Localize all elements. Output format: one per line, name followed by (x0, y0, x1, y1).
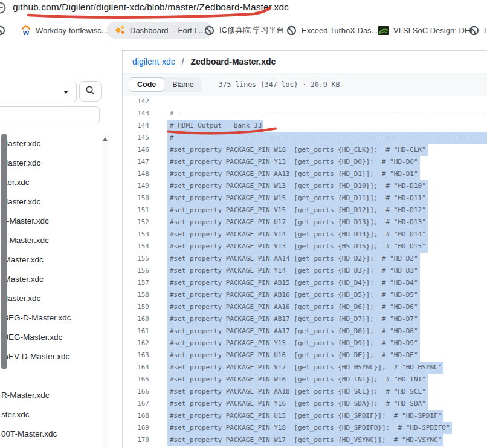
scroll-up-icon[interactable] (103, 137, 108, 141)
line-number[interactable]: 157 (123, 277, 155, 289)
line-number[interactable]: 148 (123, 168, 155, 180)
code-row: 142 (123, 96, 487, 108)
file-tree-item[interactable]: -5EV-D-Master.xdc (0, 347, 102, 366)
line-number[interactable]: 145 (123, 132, 155, 144)
line-number[interactable]: 142 (123, 96, 155, 108)
bookmark-item[interactable]: VLSI SoC Design: DFT (378, 22, 474, 39)
line-number[interactable]: 167 (123, 398, 155, 410)
file-tree-item[interactable]: Master.xdc (0, 192, 102, 212)
code-tab[interactable]: Code (129, 77, 164, 92)
file-tree-item[interactable]: S-Master.xdc (0, 231, 102, 250)
line-number[interactable]: 149 (123, 180, 155, 192)
file-tree-item[interactable]: -Master.xdc (0, 250, 102, 270)
bookmark-label: IC修真院 学习平台 (219, 25, 285, 36)
code-line-text[interactable]: #set_property PACKAGE_PIN AA17 [get_port… (170, 325, 420, 337)
file-tree-item[interactable]: ster.xdc (0, 173, 102, 192)
bookmark-item[interactable]: D (468, 22, 487, 39)
sidebar-scrollbar[interactable] (102, 134, 109, 448)
code-line-text[interactable]: # --------------------------------------… (170, 132, 487, 144)
code-line-text[interactable]: # --------------------------------------… (170, 108, 487, 120)
branch-dropdown[interactable] (0, 82, 77, 102)
file-tree-item[interactable]: ster.xdc (0, 405, 102, 424)
code-line-text[interactable]: #set_property PACKAGE_PIN Y18 [get_ports… (170, 422, 452, 434)
code-line-text[interactable]: #set_property PACKAGE_PIN AB15 [get_port… (170, 277, 420, 289)
line-number[interactable]: 163 (123, 349, 155, 362)
line-number[interactable]: 168 (123, 410, 155, 422)
code-line-text[interactable]: #set_property PACKAGE_PIN W17 [get_ports… (170, 434, 443, 446)
bookmark-label: VLSI SoC Design: DFT (393, 26, 474, 35)
code-line-text[interactable]: #set_property PACKAGE_PIN W13 [get_ports… (170, 180, 428, 192)
code-line-text[interactable]: #set_property PACKAGE_PIN AB17 [get_port… (170, 313, 420, 325)
file-filter-input[interactable] (0, 106, 100, 123)
code-line-text[interactable]: #set_property PACKAGE_PIN AA16 [get_port… (170, 301, 420, 313)
bookmark-item[interactable]: Dashboard -- Fort L... (107, 22, 212, 39)
line-number[interactable]: 144 (123, 120, 155, 132)
line-number[interactable]: 151 (123, 204, 155, 216)
code-line-text[interactable]: #set_property PACKAGE_PIN V15 [get_ports… (170, 204, 428, 216)
code-line-text[interactable]: #set_property PACKAGE_PIN V17 [get_ports… (170, 362, 443, 374)
line-number[interactable]: 158 (123, 289, 155, 301)
file-tree-item[interactable]: R-Master.xdc (0, 386, 102, 405)
line-number[interactable]: 165 (123, 374, 155, 386)
code-line-text[interactable]: # HDMI Output - Bank 33 (170, 120, 263, 132)
blame-tab[interactable]: Blame (164, 77, 201, 92)
line-number[interactable]: 153 (123, 229, 155, 241)
file-tree-item[interactable]: -3EG-Master.xdc (0, 328, 102, 347)
line-number[interactable]: 146 (123, 144, 155, 156)
code-row: 149#set_property PACKAGE_PIN W13 [get_po… (123, 180, 487, 192)
code-line-text[interactable]: #set_property PACKAGE_PIN W15 [get_ports… (170, 192, 428, 204)
code-line-text[interactable]: #set_property PACKAGE_PIN AB16 [get_port… (170, 289, 420, 301)
file-tree-item[interactable]: Master.xdc (0, 154, 102, 173)
line-number[interactable]: 170 (123, 434, 155, 446)
line-number[interactable]: 152 (123, 216, 155, 229)
code-line-text[interactable]: #set_property PACKAGE_PIN W18 [get_ports… (170, 144, 428, 156)
bookmark-label: Workday fortlewisc... (36, 26, 108, 35)
code-line-text[interactable]: #set_property PACKAGE_PIN Y14 [get_ports… (170, 265, 420, 277)
line-number[interactable]: 156 (123, 265, 155, 277)
bookmark-item[interactable]: wWorkday fortlewisc... (20, 22, 108, 39)
code-row: 166#set_property PACKAGE_PIN AA18 [get_p… (123, 386, 487, 398)
sidebar-scrollbar-thumb[interactable] (1, 134, 7, 369)
line-number[interactable]: 169 (123, 422, 155, 434)
site-info-icon[interactable] (0, 1, 7, 15)
file-tree-item[interactable]: 0T-Master.xdc (0, 444, 102, 448)
line-number[interactable]: 159 (123, 301, 155, 313)
file-tree-item[interactable]: 00T-Master.xdc (0, 424, 102, 444)
search-button[interactable] (79, 81, 102, 102)
file-tree-item[interactable]: -Master.xdc (0, 270, 102, 289)
url-text[interactable]: github.com/Digilent/digilent-xdc/blob/ma… (13, 2, 289, 13)
line-number[interactable]: 147 (123, 156, 155, 168)
file-list: Master.xdcMaster.xdcster.xdcMaster.xdcS-… (0, 134, 102, 448)
code-line-text[interactable]: #set_property PACKAGE_PIN V13 [get_ports… (170, 241, 428, 253)
line-number[interactable]: 150 (123, 192, 155, 204)
breadcrumb-repo-link[interactable]: digilent-xdc (132, 57, 175, 67)
address-bar[interactable]: github.com/Digilent/digilent-xdc/blob/ma… (0, 0, 487, 19)
code-line-text[interactable]: #set_property PACKAGE_PIN U15 [get_ports… (170, 410, 443, 422)
line-number[interactable]: 154 (123, 241, 155, 253)
line-number[interactable]: 164 (123, 362, 155, 374)
bookmark-item[interactable] (0, 22, 6, 39)
code-line-text[interactable]: #set_property PACKAGE_PIN Y16 [get_ports… (170, 398, 428, 410)
bookmark-item[interactable]: IC修真院 学习平台 (204, 22, 285, 39)
file-tree-item[interactable]: -3EG-D-Master.xdc (0, 308, 102, 328)
file-tree-item[interactable]: Master.xdc (0, 134, 102, 154)
code-line-text[interactable]: #set_property PACKAGE_PIN W16 [get_ports… (170, 374, 428, 386)
code-line-text[interactable]: #set_property PACKAGE_PIN U16 [get_ports… (170, 349, 420, 362)
code-line-text[interactable]: #set_property PACKAGE_PIN Y13 [get_ports… (170, 156, 420, 168)
line-number[interactable]: 166 (123, 386, 155, 398)
code-line-text[interactable]: #set_property PACKAGE_PIN Y15 [get_ports… (170, 337, 420, 349)
code-line-text[interactable]: #set_property PACKAGE_PIN AA18 [get_port… (170, 386, 428, 398)
line-number[interactable]: 143 (123, 108, 155, 120)
line-number[interactable]: 162 (123, 337, 155, 349)
line-number[interactable]: 161 (123, 325, 155, 337)
code-line-text[interactable]: #set_property PACKAGE_PIN AA14 [get_port… (170, 253, 420, 265)
line-number[interactable]: 160 (123, 313, 155, 325)
bookmark-item[interactable]: Exceed TurboX Das... (286, 22, 378, 39)
file-tree-gap (0, 366, 102, 386)
file-tree-item[interactable]: Master.xdc (0, 289, 102, 308)
code-line-text[interactable]: #set_property PACKAGE_PIN AA13 [get_port… (170, 168, 420, 180)
code-line-text[interactable]: #set_property PACKAGE_PIN U17 [get_ports… (170, 216, 428, 229)
code-line-text[interactable]: #set_property PACKAGE_PIN V14 [get_ports… (170, 229, 428, 241)
file-tree-item[interactable]: S-Master.xdc (0, 212, 102, 231)
line-number[interactable]: 155 (123, 253, 155, 265)
